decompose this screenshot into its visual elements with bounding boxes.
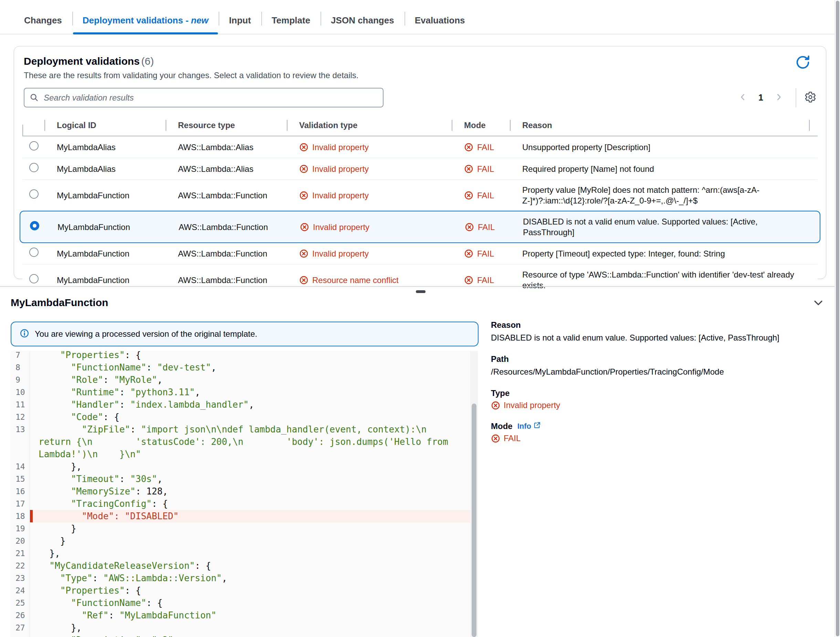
line-number: 7	[11, 351, 30, 361]
code-scrollbar	[470, 351, 478, 637]
line-number: 10	[11, 386, 30, 398]
validation-table-body: MyLambdaAliasAWS::Lambda::AliasInvalid p…	[22, 136, 818, 296]
tab-input[interactable]: Input	[219, 16, 261, 34]
table-row[interactable]: MyLambdaFunctionAWS::Lambda::FunctionInv…	[22, 243, 818, 264]
tab-deployment-validations[interactable]: Deployment validations - new	[72, 16, 219, 34]
tab-new-badge: new	[191, 15, 208, 25]
current-page-number[interactable]: 1	[758, 93, 763, 103]
line-number: 26	[11, 609, 30, 621]
refresh-icon	[795, 66, 811, 71]
tab-template[interactable]: Template	[261, 16, 321, 34]
type-value: Invalid property	[504, 400, 560, 410]
refresh-button[interactable]	[794, 54, 812, 71]
code-text: }	[30, 522, 478, 535]
alert-message: You are viewing a processed version of t…	[35, 329, 257, 339]
cell-validation-type: Resource name conflict	[287, 270, 452, 290]
validation-type-label: Resource name conflict	[312, 275, 399, 285]
row-radio[interactable]	[29, 190, 39, 199]
row-select-cell	[22, 158, 44, 179]
code-line-27: 27 },	[11, 621, 478, 634]
code-line-12: 12 "Code": {	[11, 411, 478, 423]
pagination: 1	[736, 88, 816, 107]
line-number: 18	[11, 510, 30, 522]
code-text: "Properties": {	[30, 584, 478, 597]
mode-label: FAIL	[477, 190, 494, 201]
page: ChangesDeployment validations - newInput…	[0, 0, 840, 637]
row-radio[interactable]	[30, 221, 39, 230]
cell-validation-type: Invalid property	[287, 185, 452, 205]
code-line-8: 8 "FunctionName": "dev-test",	[11, 361, 478, 374]
tab-label: Template	[272, 15, 310, 25]
error-icon	[299, 191, 308, 200]
split-drag-handle[interactable]	[416, 290, 426, 293]
preferences-button[interactable]	[805, 91, 816, 104]
code-line-17: 17 "TracingConfig": {	[11, 498, 478, 510]
tab-changes[interactable]: Changes	[14, 16, 72, 34]
chevron-down-icon	[812, 304, 824, 310]
line-number: 20	[11, 535, 30, 547]
line-number: 9	[11, 374, 30, 386]
cell-logical-id: MyLambdaAlias	[44, 137, 166, 157]
cell-mode: FAIL	[452, 243, 510, 264]
code-text: },	[30, 460, 478, 473]
mode-status: FAIL	[491, 433, 821, 443]
tab-label: Evaluations	[415, 15, 465, 25]
chevron-left-icon	[739, 93, 747, 103]
previous-page-button[interactable]	[736, 90, 750, 105]
code-scrollbar-thumb[interactable]	[472, 403, 477, 637]
code-line-16: 16 "MemorySize": 128,	[11, 485, 478, 498]
page-scrollbar-thumb[interactable]	[836, 1, 839, 636]
tab-evaluations[interactable]: Evaluations	[404, 16, 475, 34]
table-row[interactable]: MyLambdaFunctionAWS::Lambda::FunctionInv…	[22, 180, 818, 211]
code-text: "MemorySize": 128,	[30, 485, 478, 498]
panel-title: Deployment validations	[24, 55, 140, 67]
split-divider	[0, 286, 834, 287]
mode-info-link[interactable]: Info	[518, 422, 541, 431]
line-number: 23	[11, 572, 30, 584]
table-row[interactable]: MyLambdaAliasAWS::Lambda::AliasInvalid p…	[22, 158, 818, 180]
row-select-cell	[22, 269, 44, 291]
cell-resource-type: AWS::Lambda::Function	[166, 185, 287, 205]
line-number: 19	[11, 522, 30, 535]
validation-type-label: Invalid property	[312, 190, 369, 201]
cell-mode: FAIL	[452, 159, 510, 179]
mode-label: FAIL	[477, 275, 494, 285]
error-icon	[299, 164, 308, 174]
collapse-detail-button[interactable]	[812, 297, 824, 310]
error-icon	[464, 164, 474, 174]
cell-mode: FAIL	[452, 270, 510, 290]
info-link-label: Info	[518, 422, 531, 431]
error-icon	[491, 401, 500, 410]
row-radio[interactable]	[29, 274, 39, 283]
code-line-24: 24 "Properties": {	[11, 584, 478, 597]
detail-title: MyLambdaFunction	[11, 297, 108, 308]
error-icon	[464, 249, 474, 258]
path-section: Path /Resources/MyLambdaFunction/Propert…	[491, 354, 821, 377]
code-text: "ZipFile": "import json\n\ndef lambda_ha…	[30, 423, 478, 460]
code-text: },	[30, 547, 478, 560]
row-radio[interactable]	[29, 163, 39, 172]
header-selection	[22, 120, 44, 131]
table-row[interactable]: MyLambdaFunctionAWS::Lambda::FunctionInv…	[20, 211, 820, 243]
tab-json-changes[interactable]: JSON changes	[321, 16, 404, 34]
next-page-button[interactable]	[772, 90, 785, 105]
header-validation-type: Validation type	[287, 116, 452, 136]
line-number: 12	[11, 411, 30, 423]
line-number: 11	[11, 398, 30, 411]
code-text: "Handler": "index.lambda_handler",	[30, 398, 478, 411]
info-icon	[20, 329, 29, 340]
validation-detail-panel: Reason DISABLED is not a valid enum valu…	[491, 320, 821, 455]
row-radio[interactable]	[29, 248, 39, 257]
row-radio[interactable]	[29, 141, 39, 150]
header-resource-type: Resource type	[166, 116, 287, 136]
line-number: 13	[11, 423, 30, 460]
line-number: 8	[11, 361, 30, 374]
chevron-right-icon	[774, 93, 783, 103]
table-header-row: Logical ID Resource type Validation type…	[22, 116, 818, 136]
cell-logical-id: MyLambdaAlias	[44, 159, 166, 179]
cell-logical-id: MyLambdaFunction	[45, 217, 166, 237]
cell-reason: Resource of type 'AWS::Lambda::Function'…	[510, 264, 818, 296]
table-row[interactable]: MyLambdaAliasAWS::Lambda::AliasInvalid p…	[22, 136, 818, 158]
tab-label: JSON changes	[331, 15, 394, 25]
search-input[interactable]	[24, 88, 384, 107]
